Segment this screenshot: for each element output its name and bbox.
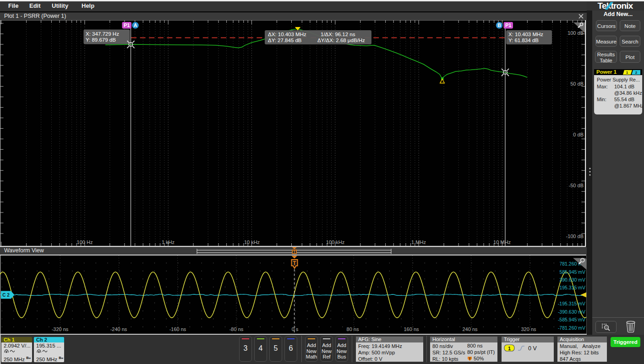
svg-text:T: T: [469, 357, 471, 361]
svg-text:2: 2: [635, 71, 638, 75]
svg-text:10 MHz: 10 MHz: [493, 239, 511, 245]
svg-text:-240 ns: -240 ns: [110, 326, 127, 332]
svg-text:-100 dB: -100 dB: [566, 234, 584, 239]
svg-text:80 ns: 80 ns: [347, 326, 359, 332]
svg-text:100 Hz: 100 Hz: [77, 239, 93, 245]
svg-text:240 ns: 240 ns: [462, 326, 478, 332]
svg-text:0 V: 0 V: [528, 345, 537, 352]
svg-text:390.630 mV: 390.630 mV: [559, 277, 585, 283]
svg-text:Y: 89.679 dB: Y: 89.679 dB: [86, 37, 116, 43]
svg-text:195.315 mV: 195.315 mV: [559, 285, 585, 290]
svg-text:320 ns: 320 ns: [521, 326, 536, 332]
svg-text:B: B: [497, 22, 501, 28]
svg-text:ΔY/ΔX: 2.68 μdB/Hz: ΔY/ΔX: 2.68 μdB/Hz: [317, 38, 365, 43]
svg-text:-50 dB: -50 dB: [569, 183, 584, 188]
svg-text:-195.315 mV: -195.315 mV: [558, 301, 585, 306]
svg-text:1: 1: [626, 71, 628, 75]
svg-text:-390.630 mV: -390.630 mV: [558, 309, 585, 315]
svg-text:585.945 mV: 585.945 mV: [559, 269, 585, 275]
svg-text:X: 10.403 MHz: X: 10.403 MHz: [508, 32, 543, 37]
svg-text:C 2: C 2: [2, 293, 10, 298]
svg-text:ΔX: 10.403 MHz: ΔX: 10.403 MHz: [268, 32, 306, 37]
svg-text:100 kHz: 100 kHz: [326, 239, 344, 245]
svg-text:ΔY: 27.845 dB: ΔY: 27.845 dB: [268, 38, 302, 43]
svg-text:1 MHz: 1 MHz: [411, 239, 426, 245]
svg-text:-160 ns: -160 ns: [169, 326, 186, 332]
svg-text:A: A: [134, 22, 137, 28]
svg-text:50 dB: 50 dB: [570, 81, 584, 87]
svg-text:1 kHz: 1 kHz: [162, 239, 175, 245]
svg-text:Y: 61.834 dB: Y: 61.834 dB: [508, 38, 539, 43]
svg-text:-80 ns: -80 ns: [229, 326, 244, 332]
svg-text:P1: P1: [124, 22, 130, 28]
svg-text:100 dB: 100 dB: [568, 30, 584, 36]
svg-text:-585.945 mV: -585.945 mV: [558, 317, 585, 322]
svg-text:1/ΔX: 96.12 ns: 1/ΔX: 96.12 ns: [321, 32, 355, 37]
svg-text:T: T: [293, 260, 296, 266]
svg-text:-781.260 mV: -781.260 mV: [558, 325, 585, 331]
svg-text:-320 ns: -320 ns: [52, 326, 69, 332]
svg-text:0 s: 0 s: [292, 326, 299, 332]
svg-text:1: 1: [508, 345, 511, 351]
svg-text:160 ns: 160 ns: [404, 326, 419, 332]
svg-text:X: 347.729 Hz: X: 347.729 Hz: [86, 31, 119, 37]
svg-text:10 kHz: 10 kHz: [244, 239, 260, 245]
svg-text:0 dB: 0 dB: [573, 132, 584, 137]
svg-text:Tektronix: Tektronix: [598, 1, 633, 11]
svg-text:T: T: [293, 250, 296, 254]
svg-text:P1: P1: [505, 22, 511, 28]
